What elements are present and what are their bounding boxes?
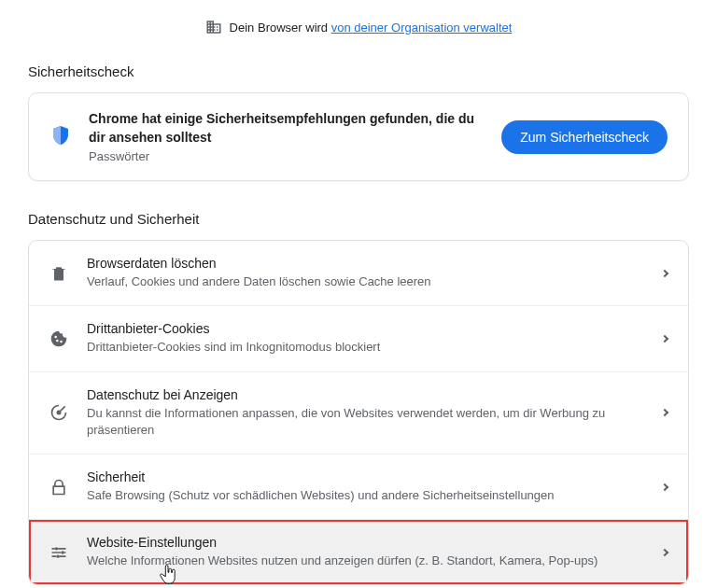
svg-point-2 [62,551,64,553]
privacy-list: Browserdaten löschen Verlauf, Cookies un… [28,240,689,585]
safety-section-title: Sicherheitscheck [28,63,689,79]
row-security[interactable]: Sicherheit Safe Browsing (Schutz vor sch… [29,455,688,520]
shield-icon [49,124,72,147]
row-sub: Safe Browsing (Schutz vor schädlichen We… [87,487,643,504]
svg-point-3 [57,554,60,557]
lock-icon [49,478,68,497]
managed-link[interactable]: von deiner Organisation verwaltet [331,21,513,35]
cookie-icon [49,329,68,348]
safety-check-card: Chrome hat einige Sicherheitsempfehlunge… [28,92,689,181]
svg-point-1 [55,547,58,550]
row-third-party-cookies[interactable]: Drittanbieter-Cookies Drittanbieter-Cook… [29,306,688,371]
row-sub: Verlauf, Cookies und andere Daten lösche… [87,273,643,290]
row-clear-browsing-data[interactable]: Browserdaten löschen Verlauf, Cookies un… [29,241,688,306]
row-sub: Du kannst die Informationen anpassen, di… [87,405,643,439]
row-title: Datenschutz bei Anzeigen [87,387,643,402]
row-title: Website-Einstellungen [87,535,643,550]
row-sub: Drittanbieter-Cookies sind im Inkognitom… [87,339,643,356]
trash-icon [49,264,68,283]
safety-card-sub: Passwörter [89,149,485,163]
row-title: Sicherheit [87,469,643,484]
chevron-right-icon [661,483,668,490]
building-icon [205,19,222,35]
chevron-right-icon [661,270,668,277]
chevron-right-icon [661,335,668,343]
ad-privacy-icon [49,403,68,422]
managed-text: Dein Browser wird von deiner Organisatio… [230,21,513,35]
row-site-settings[interactable]: Website-Einstellungen Welche Information… [29,520,688,584]
chevron-right-icon [661,409,668,416]
row-ad-privacy[interactable]: Datenschutz bei Anzeigen Du kannst die I… [29,372,688,455]
safety-card-title: Chrome hat einige Sicherheitsempfehlunge… [89,110,485,147]
managed-banner: Dein Browser wird von deiner Organisatio… [28,19,689,35]
sliders-icon [49,543,68,562]
safety-check-button[interactable]: Zum Sicherheitscheck [501,120,668,154]
privacy-section-title: Datenschutz und Sicherheit [28,211,689,227]
row-title: Browserdaten löschen [87,256,643,271]
chevron-right-icon [661,548,668,555]
row-title: Drittanbieter-Cookies [87,321,643,336]
row-sub: Welche Informationen Websites nutzen und… [87,553,643,569]
